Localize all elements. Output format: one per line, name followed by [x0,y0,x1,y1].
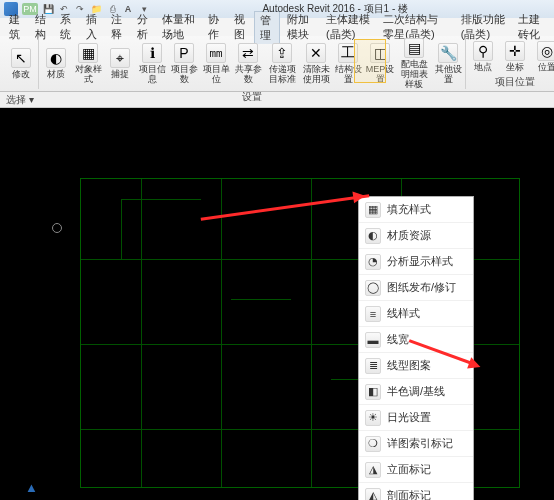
project-params-icon: P [174,43,194,63]
orientation-marker-icon: ▲ [25,480,38,495]
wrench-icon: 🔧 [438,43,458,63]
ribbon-tabs: 建筑 结构 系统 插入 注释 分析 体量和场地 协作 视图 管理 附加模块 主体… [0,18,554,36]
line-patterns-icon: ≣ [365,358,381,374]
transfer-icon: ⇪ [272,43,292,63]
snaps-icon: ⌖ [110,48,130,68]
halftone-icon: ◧ [365,384,381,400]
sun-icon: ☀ [365,410,381,426]
object-styles-icon: ▦ [78,43,98,63]
object-styles-label: 对象样式 [73,64,103,84]
line-styles-icon: ≡ [365,306,381,322]
shared-params-label: 共享参数 [233,64,263,84]
project-info-button[interactable]: ℹ项目信息 [137,43,167,84]
cursor-icon: ↖ [11,48,31,68]
location-button[interactable]: ⚲地点 [468,41,498,72]
line-weights-label: 线宽 [387,332,409,347]
coordinates-button[interactable]: ✛坐标 [500,41,530,72]
fill-patterns-item[interactable]: ▦填充样式 [359,197,473,223]
app-title: Autodesk Revit 2016 - 项目1 - 楼 [262,2,408,16]
snaps-label: 捕捉 [111,69,129,79]
analysis-display-item[interactable]: ◔分析显示样式 [359,249,473,275]
options-bar: 选择 ▾ [0,92,554,108]
project-params-button[interactable]: P项目参数 [169,43,199,84]
material-assets-icon: ◐ [365,228,381,244]
project-info-label: 项目信息 [137,64,167,84]
project-units-icon: ㎜ [206,43,226,63]
additional-settings-highlight [354,39,386,83]
panel-schedule-button[interactable]: ▤配电盘明细表样板 [397,38,431,89]
sun-label: 日光设置 [387,410,431,425]
coordinates-icon: ✛ [505,41,525,61]
project-name: 项目1 - 楼 [364,3,408,14]
modify-label: 修改 [12,69,30,79]
material-assets-item[interactable]: ◐材质资源 [359,223,473,249]
position-icon: ◎ [537,41,554,61]
line-weights-icon: ▬ [365,332,381,348]
marker-circle-icon [52,223,62,233]
elevation-tags-item[interactable]: ◮立面标记 [359,457,473,483]
purge-label: 清除未使用项 [301,64,331,84]
settings-group-label: 设置 [242,89,262,104]
transfer-label: 传递项目标准 [265,64,299,84]
sun-settings-item[interactable]: ☀日光设置 [359,405,473,431]
select-dropdown[interactable]: 选择 ▾ [6,93,34,107]
additional-settings-button[interactable]: 🔧其他设置 [433,43,463,84]
shared-params-icon: ⇄ [238,43,258,63]
fill-patterns-label: 填充样式 [387,202,431,217]
halftone-label: 半色调/基线 [387,384,445,399]
halftone-underlay-item[interactable]: ◧半色调/基线 [359,379,473,405]
location-label: 地点 [474,62,492,72]
elevation-label: 立面标记 [387,462,431,477]
line-styles-item[interactable]: ≡线样式 [359,301,473,327]
callout-label: 详图索引标记 [387,436,453,451]
transfer-standards-button[interactable]: ⇪传递项目标准 [265,43,299,84]
snaps-button[interactable]: ⌖捕捉 [105,48,135,79]
section-icon: ◭ [365,488,381,501]
analysis-display-label: 分析显示样式 [387,254,453,269]
materials-label: 材质 [47,69,65,79]
location-icon: ⚲ [473,41,493,61]
elevation-icon: ◮ [365,462,381,478]
panel-schedule-icon: ▤ [404,38,424,58]
location-group-label: 项目位置 [495,74,535,89]
callout-tags-item[interactable]: ❍详图索引标记 [359,431,473,457]
analysis-display-icon: ◔ [365,254,381,270]
material-assets-label: 材质资源 [387,228,431,243]
purge-icon: ✕ [306,43,326,63]
coordinates-label: 坐标 [506,62,524,72]
project-params-label: 项目参数 [169,64,199,84]
app-name: Autodesk Revit 2016 [262,3,354,14]
sheet-issues-label: 图纸发布/修订 [387,280,456,295]
section-tags-item[interactable]: ◭剖面标记 [359,483,473,500]
line-patterns-label: 线型图案 [387,358,431,373]
object-styles-button[interactable]: ▦对象样式 [73,43,103,84]
callout-icon: ❍ [365,436,381,452]
materials-icon: ◐ [46,48,66,68]
sheet-issues-icon: ◯ [365,280,381,296]
ribbon-panel: ↖修改 ◐材质 ▦对象样式 ⌖捕捉 ℹ项目信息 P项目参数 ㎜项目单位 ⇄共享参… [0,36,554,92]
shared-params-button[interactable]: ⇄共享参数 [233,43,263,84]
drawing-canvas[interactable]: ▲ ▦填充样式 ◐材质资源 ◔分析显示样式 ◯图纸发布/修订 ≡线样式 ▬线宽 … [0,108,554,500]
line-styles-label: 线样式 [387,306,420,321]
sheet-issues-item[interactable]: ◯图纸发布/修订 [359,275,473,301]
position-label: 位置 [538,62,554,72]
line-weights-item[interactable]: ▬线宽 [359,327,473,353]
section-label: 剖面标记 [387,488,431,500]
project-units-label: 项目单位 [201,64,231,84]
panel-schedule-label: 配电盘明细表样板 [397,59,431,89]
position-button[interactable]: ◎位置 [532,41,554,72]
project-units-button[interactable]: ㎜项目单位 [201,43,231,84]
purge-button[interactable]: ✕清除未使用项 [301,43,331,84]
fill-patterns-icon: ▦ [365,202,381,218]
additional-settings-label: 其他设置 [433,64,463,84]
materials-button[interactable]: ◐材质 [41,48,71,79]
modify-button[interactable]: ↖修改 [6,48,36,79]
project-info-icon: ℹ [142,43,162,63]
additional-settings-dropdown: ▦填充样式 ◐材质资源 ◔分析显示样式 ◯图纸发布/修订 ≡线样式 ▬线宽 ≣线… [358,196,474,500]
